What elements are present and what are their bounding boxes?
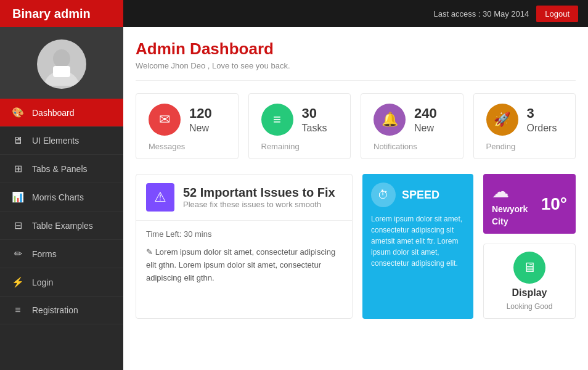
stat-label-bottom-2: Notifications [374, 142, 451, 151]
logout-button[interactable]: Logout [536, 6, 578, 22]
stat-icon-1: ≡ [261, 104, 293, 136]
stat-icon-2: 🔔 [374, 104, 406, 136]
sidebar-item-tabs-panels[interactable]: ⊞Tabs & Panels [0, 155, 123, 183]
weather-icon: ☁ [492, 182, 509, 201]
stat-card-0: ✉ 120 New Messages [136, 93, 239, 159]
speed-icon: ⏱ [371, 183, 396, 207]
weather-card: ☁ Newyork City 10° [483, 174, 576, 234]
sidebar: 🎨Dashboard🖥UI Elements⊞Tabs & Panels📊Mor… [0, 27, 123, 370]
stat-count-0: 120 [189, 105, 212, 121]
nav-label-morris-charts: Morris Charts [32, 192, 84, 202]
stat-card-3: 🚀 3 Orders Pending [473, 93, 576, 159]
stat-count-2: 240 [414, 105, 437, 121]
sidebar-item-ui-elements[interactable]: 🖥UI Elements [0, 127, 123, 155]
widgets-row: ⚠ 52 Important Issues to Fix Please fix … [136, 174, 576, 319]
last-access-text: Last access : 30 May 2014 [434, 9, 529, 18]
speed-header: ⏱ SPEED [371, 183, 465, 207]
stat-numbers-2: 240 New [414, 105, 437, 134]
stat-top-1: ≡ 30 Tasks [261, 104, 338, 136]
display-subtitle: Looking Good [507, 302, 553, 311]
stat-count-3: 3 [527, 105, 557, 121]
stat-label-top-1: Tasks [302, 122, 327, 134]
display-title: Display [512, 287, 547, 298]
brand-title: Binary admin [0, 0, 123, 27]
speed-widget: ⏱ SPEED Lorem ipsum dolor sit amet, cons… [362, 174, 473, 319]
nav-icon-ui-elements: 🖥 [11, 135, 25, 146]
display-icon: 🖥 [513, 252, 545, 284]
main-content: Admin Dashboard Welcome Jhon Deo , Love … [123, 27, 588, 370]
display-card: 🖥 Display Looking Good [483, 244, 576, 319]
main-inner: Admin Dashboard Welcome Jhon Deo , Love … [123, 27, 588, 370]
stat-top-3: 🚀 3 Orders [486, 104, 563, 136]
nav-icon-morris-charts: 📊 [11, 191, 25, 203]
sidebar-avatar [0, 27, 123, 99]
alert-body-text: ✎ Lorem ipsum dolor sit amet, consectetu… [146, 246, 342, 284]
stat-icon-3: 🚀 [486, 104, 518, 136]
avatar [37, 39, 86, 89]
stat-numbers-0: 120 New [189, 105, 212, 134]
stat-label-top-3: Orders [527, 122, 557, 134]
svg-point-0 [53, 49, 70, 68]
weather-city-1: Newyork [492, 204, 528, 214]
time-left: Time Left: 30 mins [146, 229, 342, 239]
alert-header: ⚠ 52 Important Issues to Fix Please fix … [136, 175, 352, 221]
nav-label-forms: Forms [32, 249, 57, 259]
stat-label-bottom-1: Remaining [261, 142, 338, 151]
stat-label-bottom-0: Messages [149, 142, 226, 151]
page-subtitle: Welcome Jhon Deo , Love to see you back. [136, 61, 576, 70]
alert-widget: ⚠ 52 Important Issues to Fix Please fix … [136, 174, 353, 319]
stat-numbers-1: 30 Tasks [302, 105, 327, 134]
nav-icon-dashboard: 🎨 [11, 107, 25, 118]
alert-body: Time Left: 30 mins ✎ Lorem ipsum dolor s… [136, 221, 352, 293]
nav-icon-forms: ✏ [11, 248, 25, 260]
svg-rect-2 [53, 66, 70, 77]
sidebar-item-forms[interactable]: ✏Forms [0, 240, 123, 268]
nav-label-ui-elements: UI Elements [32, 136, 79, 146]
nav-icon-login: ⚡ [11, 276, 25, 288]
stat-numbers-3: 3 Orders [527, 105, 557, 134]
speed-text: Lorem ipsum dolor sit amet, consectetur … [371, 213, 465, 269]
alert-title: 52 Important Issues to Fix [183, 186, 335, 200]
nav-label-table-examples: Table Examples [32, 221, 93, 231]
sidebar-item-dashboard[interactable]: 🎨Dashboard [0, 99, 123, 127]
nav-label-login: Login [32, 278, 53, 287]
edit-icon-inline: ✎ [146, 247, 155, 257]
stat-count-1: 30 [302, 105, 327, 121]
stat-label-bottom-3: Pending [486, 142, 563, 151]
sidebar-item-morris-charts[interactable]: 📊Morris Charts [0, 183, 123, 212]
layout: 🎨Dashboard🖥UI Elements⊞Tabs & Panels📊Mor… [0, 27, 588, 370]
right-col: ☁ Newyork City 10° 🖥 Display Looking Goo… [483, 174, 576, 319]
weather-city-2: City [492, 216, 528, 226]
nav-label-tabs-panels: Tabs & Panels [32, 164, 88, 174]
page-header: Admin Dashboard Welcome Jhon Deo , Love … [136, 27, 576, 81]
nav-icon-registration: ≡ [11, 305, 25, 316]
stat-top-0: ✉ 120 New [149, 104, 226, 136]
stats-row: ✉ 120 New Messages ≡ 30 Tasks Remaining … [136, 93, 576, 159]
sidebar-item-table-examples[interactable]: ⊟Table Examples [0, 212, 123, 240]
stat-card-1: ≡ 30 Tasks Remaining [248, 93, 351, 159]
speed-title: SPEED [402, 189, 439, 202]
nav-icon-table-examples: ⊟ [11, 220, 25, 231]
nav-label-dashboard: Dashboard [32, 108, 75, 118]
alert-icon: ⚠ [146, 183, 174, 212]
stat-label-top-0: New [189, 122, 212, 134]
nav-label-registration: Registration [32, 305, 78, 315]
stat-icon-0: ✉ [149, 104, 181, 136]
sidebar-nav: 🎨Dashboard🖥UI Elements⊞Tabs & Panels📊Mor… [0, 99, 123, 370]
avatar-image [40, 43, 83, 86]
page-title: Admin Dashboard [136, 39, 576, 59]
nav-icon-tabs-panels: ⊞ [11, 163, 25, 175]
weather-info: ☁ Newyork City [492, 181, 528, 226]
sidebar-item-login[interactable]: ⚡Login [0, 268, 123, 297]
alert-subtitle: Please fix these issues to work smooth [183, 200, 335, 209]
stat-top-2: 🔔 240 New [374, 104, 451, 136]
alert-lorem: Lorem ipsum dolor sit amet, consectetur … [146, 247, 335, 282]
alert-content: 52 Important Issues to Fix Please fix th… [183, 186, 335, 209]
stat-card-2: 🔔 240 New Notifications [361, 93, 463, 159]
topbar: Binary admin Last access : 30 May 2014 L… [0, 0, 588, 27]
stat-label-top-2: New [414, 122, 437, 134]
sidebar-item-registration[interactable]: ≡Registration [0, 297, 123, 324]
weather-temp: 10° [541, 194, 567, 214]
